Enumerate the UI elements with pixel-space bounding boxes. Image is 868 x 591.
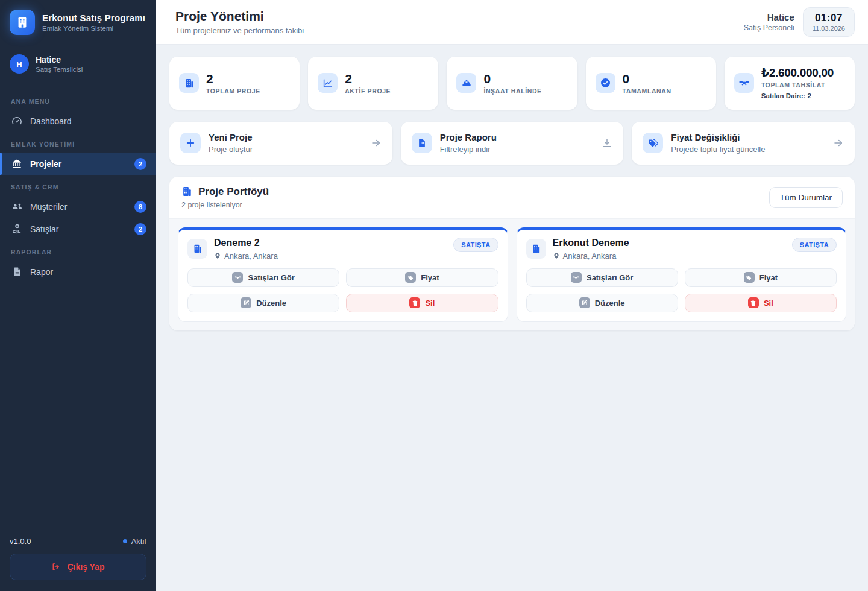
topbar: Proje Yönetimi Tüm projeleriniz ve perfo… xyxy=(156,0,868,45)
price-button[interactable]: Fiyat xyxy=(685,268,837,287)
download-icon xyxy=(602,137,612,148)
stat-value: 2 xyxy=(345,72,391,86)
project-report-card[interactable]: Proje Raporu Filtreleyip indir xyxy=(401,122,624,165)
stat-sub: Satılan Daire: 2 xyxy=(761,92,834,100)
sidebar-item-label: Rapor xyxy=(30,267,146,277)
sidebar-item-dashboard[interactable]: Dashboard xyxy=(0,110,156,132)
sidebar-item-label: Dashboard xyxy=(30,116,146,126)
logout-icon xyxy=(51,562,61,572)
stat-completed: 0 TAMAMLANAN xyxy=(586,57,716,110)
sidebar-user: H Hatice Satış Temsilcisi xyxy=(0,45,156,83)
count-badge: 2 xyxy=(134,223,146,235)
content: 2 TOPLAM PROJE 2 AKTİF PROJE 0 xyxy=(156,45,868,343)
sidebar-item-projeler[interactable]: Projeler 2 xyxy=(0,153,156,175)
status-badge: Aktif xyxy=(123,537,146,546)
portfolio-header: Proje Portföyü 2 proje listeleniyor Tüm … xyxy=(169,177,855,219)
status-dot-icon xyxy=(123,539,127,543)
portfolio-subtitle: 2 proje listeleniyor xyxy=(181,201,269,209)
price-change-card[interactable]: Fiyat Değişikliği Projede toplu fiyat gü… xyxy=(632,122,855,165)
action-title: Proje Raporu xyxy=(440,132,594,142)
building-icon xyxy=(526,239,546,259)
building-icon xyxy=(187,239,207,259)
action-subtitle: Filtreleyip indir xyxy=(440,145,594,154)
delete-button[interactable]: Sil xyxy=(346,294,498,312)
status-filter-select[interactable]: Tüm Durumlar xyxy=(769,187,843,208)
tag-icon xyxy=(744,272,755,283)
project-status-badge: SATIŞTA xyxy=(792,238,837,252)
chart-line-icon xyxy=(318,73,338,93)
map-pin-icon xyxy=(553,252,560,259)
stat-label: TOPLAM TAHSİLAT xyxy=(761,81,834,89)
stat-total-collection: ₺2.600.000,00 TOPLAM TAHSİLAT Satılan Da… xyxy=(725,57,855,110)
arrow-right-icon xyxy=(833,137,844,148)
clock-date: 11.03.2026 xyxy=(813,25,845,32)
status-label: Aktif xyxy=(131,537,146,546)
portfolio-grid: Deneme 2 Ankara, Ankara SATIŞTA xyxy=(169,219,855,330)
stat-under-construction: 0 İNŞAAT HALİNDE xyxy=(447,57,577,110)
nav-section-emlak: EMLAK YÖNETİMİ xyxy=(0,132,156,153)
new-project-card[interactable]: Yeni Proje Proje oluştur xyxy=(169,122,392,165)
hand-money-icon xyxy=(11,223,23,235)
button-label: Düzenle xyxy=(595,299,625,308)
project-card: Deneme 2 Ankara, Ankara SATIŞTA xyxy=(178,227,508,322)
logout-label: Çıkış Yap xyxy=(67,562,104,572)
active-indicator xyxy=(0,153,2,175)
action-title: Fiyat Değişikliği xyxy=(671,132,825,142)
edit-button[interactable]: Düzenle xyxy=(187,294,339,312)
button-label: Düzenle xyxy=(256,299,286,308)
user-role: Satış Temsilcisi xyxy=(36,66,83,73)
trash-icon xyxy=(748,297,759,308)
clock-time: 01:07 xyxy=(813,12,845,24)
bank-icon xyxy=(11,159,23,169)
nav-section-raporlar: RAPORLAR xyxy=(0,240,156,261)
topbar-user-name: Hatice xyxy=(744,12,794,22)
arrow-right-icon xyxy=(371,137,382,148)
main-area: Proje Yönetimi Tüm projeleriniz ve perfo… xyxy=(156,0,868,591)
handshake-icon xyxy=(571,272,582,283)
view-sales-button[interactable]: Satışları Gör xyxy=(526,268,678,287)
button-label: Satışları Gör xyxy=(587,273,633,282)
nav-section-crm: SATIŞ & CRM xyxy=(0,175,156,195)
stat-value: 0 xyxy=(483,72,541,86)
sidebar-item-rapor[interactable]: Rapor xyxy=(0,261,156,283)
handshake-icon xyxy=(734,73,754,93)
action-subtitle: Proje oluştur xyxy=(209,145,363,154)
avatar: H xyxy=(10,54,29,74)
button-label: Fiyat xyxy=(760,273,778,282)
action-subtitle: Projede toplu fiyat güncelle xyxy=(671,145,825,154)
sidebar-item-satislar[interactable]: Satışlar 2 xyxy=(0,218,156,240)
edit-button[interactable]: Düzenle xyxy=(526,294,678,312)
action-title: Yeni Proje xyxy=(209,132,363,142)
stat-value: 0 xyxy=(623,72,671,86)
edit-icon xyxy=(241,297,251,308)
tag-icon xyxy=(405,272,416,283)
app-version: v1.0.0 xyxy=(10,537,31,546)
project-card: Erkonut Deneme Ankara, Ankara SATIŞTA xyxy=(517,227,847,322)
button-label: Sil xyxy=(764,299,773,308)
sidebar-footer: v1.0.0 Aktif Çıkış Yap xyxy=(0,528,156,591)
nav-section-main: ANA MENÜ xyxy=(0,89,156,110)
sidebar-item-label: Satışlar xyxy=(30,224,127,234)
topbar-user-role: Satış Personeli xyxy=(744,24,794,32)
price-button[interactable]: Fiyat xyxy=(346,268,498,287)
project-portfolio: Proje Portföyü 2 proje listeleniyor Tüm … xyxy=(169,177,855,330)
sidebar-item-musteriler[interactable]: Müşteriler 8 xyxy=(0,195,156,218)
project-location: Ankara, Ankara xyxy=(563,251,617,261)
app-title: Erkonut Satış Programı xyxy=(42,13,145,23)
project-name: Erkonut Deneme xyxy=(553,238,629,248)
app-subtitle: Emlak Yönetim Sistemi xyxy=(42,25,145,32)
building-icon xyxy=(179,73,199,93)
check-circle-icon xyxy=(596,73,615,93)
map-pin-icon xyxy=(214,252,221,259)
portfolio-title: Proje Portföyü xyxy=(198,186,269,198)
stat-total-projects: 2 TOPLAM PROJE xyxy=(169,57,300,110)
stat-value: 2 xyxy=(206,72,260,86)
stat-label: İNŞAAT HALİNDE xyxy=(483,87,541,95)
delete-button[interactable]: Sil xyxy=(685,294,837,312)
view-sales-button[interactable]: Satışları Gör xyxy=(187,268,339,287)
logout-button[interactable]: Çıkış Yap xyxy=(10,554,146,580)
button-label: Fiyat xyxy=(421,273,439,282)
user-name: Hatice xyxy=(36,55,83,65)
sidebar: Erkonut Satış Programı Emlak Yönetim Sis… xyxy=(0,0,156,591)
project-name: Deneme 2 xyxy=(214,238,278,248)
